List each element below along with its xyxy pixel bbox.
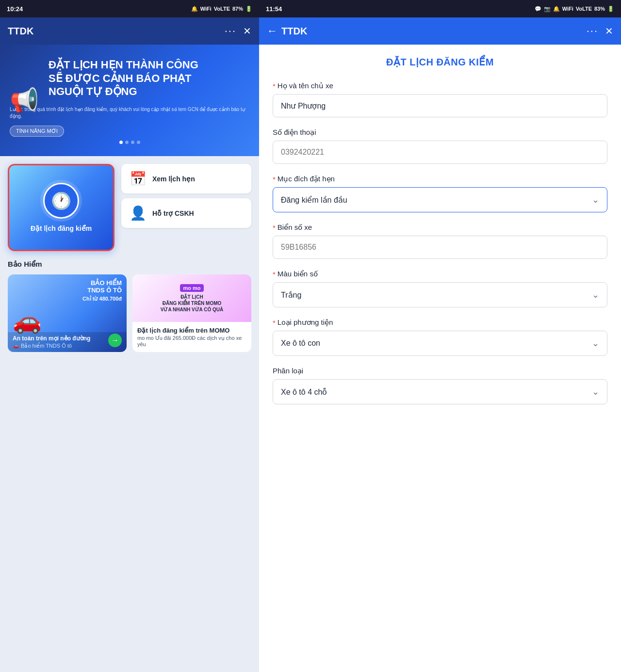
more-options-button-right[interactable]: ··· <box>587 25 598 37</box>
wifi-icon: WiFi <box>200 6 212 12</box>
close-button-right[interactable]: ✕ <box>605 25 613 37</box>
loai-phuong-tien-label: * Loại phương tiện <box>273 318 607 327</box>
hero-line2: SẼ ĐƯỢC CẢNH BÁO PHẠT <box>49 72 249 85</box>
status-icons-right: 💬 📷 🔔 WiFi VoLTE 83% 🔋 <box>535 6 614 12</box>
required-star-ho-ten: * <box>273 82 276 90</box>
mau-bien-so-field-group: * Màu biển số Trắng ⌄ <box>273 270 607 307</box>
bao-hiem-sub-label: 🚗 Bảo hiểm TNDS Ô tô <box>13 343 122 349</box>
mau-bien-so-value: Trắng <box>281 290 301 300</box>
mau-bien-so-label: * Màu biển số <box>273 270 607 278</box>
momo-promo-label: Đặt lịch đăng kiểm trên MOMO <box>137 327 246 334</box>
time-left: 10:24 <box>7 5 23 13</box>
chevron-down-icon-phan-loai: ⌄ <box>592 386 599 397</box>
user-icon: 👤 <box>129 205 147 221</box>
ho-tro-cskh-label: Hỗ trợ CSKH <box>152 209 194 217</box>
momo-promo-text: ĐẶT LỊCHĐĂNG KIỂM TRÊN MOMOVỪA NHANH VỪA… <box>161 294 223 313</box>
required-star-bien-so: * <box>273 224 276 232</box>
muc-dich-value: Đăng kiểm lần đầu <box>281 195 347 205</box>
hero-note: Lưu ý: trong quá trình đặt lịch hẹn đăng… <box>10 106 249 120</box>
chevron-down-icon-muc-dich: ⌄ <box>592 194 599 205</box>
status-bar-left: 10:24 🔔 WiFi VoLTE 87% 🔋 <box>0 0 259 17</box>
battery-icon-left: 🔋 <box>245 6 252 12</box>
status-icons-left: 🔔 WiFi VoLTE 87% 🔋 <box>191 6 252 12</box>
ho-tro-cskh-item[interactable]: 👤 Hỗ trợ CSKH <box>121 198 251 228</box>
phan-loai-value: Xe ô tô 4 chỗ <box>281 387 327 397</box>
phan-loai-select[interactable]: Xe ô tô 4 chỗ ⌄ <box>273 379 607 404</box>
notification-icon: 🔔 <box>191 6 198 12</box>
nav-bar-left: TTDK ··· ✕ <box>0 17 259 45</box>
momo-badge: mo mo <box>180 284 203 292</box>
so-dien-thoai-label: Số điện thoại <box>273 128 607 137</box>
dots-indicator <box>10 141 249 144</box>
signal-right: VoLTE <box>576 6 592 12</box>
car-image: 🚗 <box>13 307 42 335</box>
promo-grid: 🚗 BẢO HIỂMTNDS Ô TÔ Chỉ từ 480.700đ → An… <box>8 274 251 352</box>
wifi-icon-right: WiFi <box>562 6 573 12</box>
main-content-left: 🕐 Đặt lịch đăng kiểm 📅 Xem lịch hẹn 👤 Hỗ… <box>0 156 259 672</box>
muc-dich-label: * Mục đích đặt hẹn <box>273 175 607 183</box>
dot-3 <box>131 141 134 144</box>
required-star-mau-bien-so: * <box>273 270 276 278</box>
so-dien-thoai-input[interactable] <box>273 141 607 164</box>
bien-so-input[interactable] <box>273 236 607 259</box>
more-options-button-left[interactable]: ··· <box>225 25 236 37</box>
loai-phuong-tien-select[interactable]: Xe ô tô con ⌄ <box>273 331 607 356</box>
insurance-section-label: Bảo Hiểm <box>8 260 251 269</box>
bao-hiem-promo-label: An toàn trên mọi nẻo đường <box>13 335 122 342</box>
ho-ten-label: * Họ và tên chủ xe <box>273 81 607 90</box>
dot-2 <box>125 141 129 144</box>
bien-so-label: * Biển số xe <box>273 223 607 232</box>
bao-hiem-card[interactable]: 🚗 BẢO HIỂMTNDS Ô TÔ Chỉ từ 480.700đ → An… <box>8 274 127 352</box>
bao-hiem-price: Chỉ từ 480.700đ <box>82 296 122 302</box>
close-button-left[interactable]: ✕ <box>243 25 251 37</box>
momo-card-image: mo mo ĐẶT LỊCHĐĂNG KIỂM TRÊN MOMOVỪA NHA… <box>132 274 251 322</box>
bien-so-field-group: * Biển số xe <box>273 223 607 259</box>
xem-lich-hen-item[interactable]: 📅 Xem lịch hẹn <box>121 164 251 193</box>
ho-ten-field-group: * Họ và tên chủ xe <box>273 81 607 117</box>
camera-icon: 📷 <box>544 6 551 12</box>
arrow-button[interactable]: → <box>108 334 122 347</box>
app-title-right: TTDK <box>281 26 307 37</box>
signal-left: VoLTE <box>214 6 230 12</box>
clock-icon: 🕐 <box>51 191 71 210</box>
nav-bar-right: ← TTDK ··· ✕ <box>259 17 621 45</box>
muc-dich-field-group: * Mục đích đặt hẹn Đăng kiểm lần đầu ⌄ <box>273 175 607 212</box>
battery-right: 83% <box>594 6 605 12</box>
clock-circle: 🕐 <box>43 183 79 219</box>
phan-loai-field-group: Phân loại Xe ô tô 4 chỗ ⌄ <box>273 367 607 404</box>
battery-left: 87% <box>232 6 243 12</box>
left-panel: 10:24 🔔 WiFi VoLTE 87% 🔋 TTDK ··· ✕ 📢 ĐẶ… <box>0 0 259 672</box>
momo-sub-label: mo mo Ưu đãi 265.000Đ các dịch vụ cho xe… <box>137 335 246 347</box>
dot-4 <box>137 141 140 144</box>
chevron-down-icon-loai-phuong-tien: ⌄ <box>592 338 599 349</box>
battery-icon-right: 🔋 <box>607 6 614 12</box>
bell-icon: 📢 <box>10 87 39 114</box>
primary-card-label: Đặt lịch đăng kiểm <box>31 224 92 232</box>
nav-icons-right: ··· ✕ <box>587 25 613 37</box>
feature-grid: 🕐 Đặt lịch đăng kiểm 📅 Xem lịch hẹn 👤 Hỗ… <box>8 164 251 251</box>
hero-banner: 📢 ĐẶT LỊCH HẸN THÀNH CÔNG SẼ ĐƯỢC CẢNH B… <box>0 45 259 156</box>
required-star-loai-phuong-tien: * <box>273 319 276 327</box>
right-panel: 11:54 💬 📷 🔔 WiFi VoLTE 83% 🔋 ← TTDK ··· … <box>259 0 621 672</box>
bao-hiem-title: BẢO HIỂMTNDS Ô TÔ <box>82 279 122 294</box>
chevron-down-icon-mau-bien-so: ⌄ <box>592 289 599 300</box>
momo-card[interactable]: mo mo ĐẶT LỊCHĐĂNG KIỂM TRÊN MOMOVỪA NHA… <box>132 274 251 352</box>
dat-lich-dang-kiem-card[interactable]: 🕐 Đặt lịch đăng kiểm <box>8 164 114 251</box>
muc-dich-select[interactable]: Đăng kiểm lần đầu ⌄ <box>273 187 607 212</box>
form-container: ĐẶT LỊCH ĐĂNG KIỂM * Họ và tên chủ xe Số… <box>259 45 621 672</box>
loai-phuong-tien-value: Xe ô tô con <box>281 339 320 348</box>
xem-lich-hen-label: Xem lịch hẹn <box>152 175 195 183</box>
hero-line1: ĐẶT LỊCH HẸN THÀNH CÔNG <box>49 58 249 72</box>
hero-text: ĐẶT LỊCH HẸN THÀNH CÔNG SẼ ĐƯỢC CẢNH BÁO… <box>49 58 249 98</box>
status-bar-right: 11:54 💬 📷 🔔 WiFi VoLTE 83% 🔋 <box>259 0 621 17</box>
ho-ten-input[interactable] <box>273 94 607 117</box>
app-title-left: TTDK <box>8 26 33 37</box>
messenger-icon: 💬 <box>535 6 541 12</box>
nav-left-group: ← TTDK <box>267 25 307 37</box>
insurance-section: Bảo Hiểm 🚗 BẢO HIỂMTNDS Ô TÔ Chỉ từ 480.… <box>8 260 251 352</box>
required-star-muc-dich: * <box>273 175 276 183</box>
back-button[interactable]: ← <box>267 25 278 37</box>
mau-bien-so-select[interactable]: Trắng ⌄ <box>273 282 607 307</box>
nav-icons-left: ··· ✕ <box>225 25 251 37</box>
hero-line3: NGUỘI TỰ ĐỘNG <box>49 85 249 98</box>
